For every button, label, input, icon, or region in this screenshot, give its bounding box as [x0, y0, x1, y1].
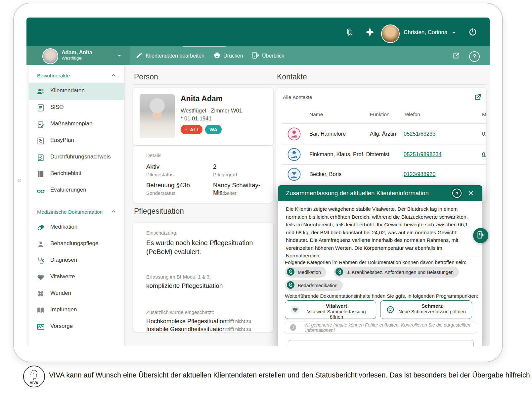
sidebar-item-berichteblatt[interactable]: Berichteblatt — [29, 166, 124, 182]
divider — [133, 219, 273, 219]
sidebar-item-massnahmenplan[interactable]: Maßnahmenplan — [29, 116, 124, 133]
details-card: Details Aktiv Pflegestatus 2 Pflegegrad … — [133, 146, 273, 203]
contact-name: Bär, Hannelore — [309, 131, 346, 137]
heart-pulse-icon — [290, 305, 300, 316]
clipboard-check-icon — [36, 153, 45, 162]
contact-phone-link[interactable]: 05251/63233 — [404, 131, 435, 137]
section-title: Medizinische Dokumentation — [37, 209, 103, 215]
sidebar-item-vorsorge[interactable]: Vorsorge — [29, 319, 124, 335]
open-external-icon[interactable] — [451, 51, 461, 61]
read-aloud-button[interactable] — [473, 228, 488, 243]
modal-help-icon[interactable]: ? — [451, 187, 463, 199]
plan-list-icon — [36, 137, 45, 145]
help-icon[interactable]: ? — [469, 51, 480, 62]
patient-name: Adam, Anita — [62, 49, 92, 56]
sidebar-item-evaluierungen[interactable]: Evaluierungen — [29, 182, 124, 199]
print-button[interactable]: Drucken — [213, 46, 243, 65]
sidebar-item-medikation[interactable]: Medikation — [29, 219, 124, 236]
details-title: Details — [146, 153, 161, 158]
sidebar-item-durchfuehrungsnachweis[interactable]: Durchführungsnachweis — [29, 149, 124, 166]
patient-room: Westflügel - Zimmer W01 — [181, 108, 242, 114]
sidebar-item-behandlungspflege[interactable]: Behandlungspflege — [29, 236, 124, 252]
chart-line-icon — [36, 323, 45, 331]
wa-badge[interactable]: WA — [205, 125, 222, 134]
patient-avatar — [42, 48, 58, 64]
overview-button[interactable]: Überblick — [251, 46, 284, 65]
contact-funktion: Internist — [370, 151, 389, 157]
contact-name: Finkmann, Klaus, Prof. Dr. — [309, 151, 373, 157]
column-name: Name — [309, 111, 323, 117]
patient-birthdate: * 01.01.1941 — [181, 115, 212, 122]
patient-selector[interactable]: Adam, Anita Westflügel — [26, 46, 130, 65]
app-screen: Christen, Corinna Adam, Anita Westflügel — [26, 18, 490, 346]
open-vitalwert-button[interactable]: Vitalwert Vitalwert-Sammelerfassung öffn… — [285, 300, 376, 319]
user-avatar[interactable] — [381, 24, 400, 43]
info-icon: i — [290, 324, 296, 331]
chevron-up-icon[interactable] — [110, 72, 117, 80]
patient-bar: Adam, Anita Westflügel Klientendaten bea… — [26, 46, 490, 65]
ai-head-icon — [287, 268, 295, 277]
open-contacts-external-icon[interactable] — [473, 93, 482, 103]
viva-logo: VIVA — [23, 366, 45, 387]
column-mobil: M — [482, 111, 486, 117]
user-caret-down-icon[interactable] — [451, 30, 457, 37]
detail-label: Mitarbeiter — [213, 190, 237, 196]
divider — [133, 84, 486, 85]
contact-mobile-link[interactable]: 01 — [482, 151, 486, 157]
sidebar-item-klientendaten[interactable]: Klientendaten — [29, 83, 124, 100]
stethoscope-icon — [36, 256, 45, 265]
sidebar-section-medizinische-dokumentation[interactable]: Medizinische Dokumentation — [29, 205, 124, 219]
power-icon[interactable] — [467, 26, 478, 38]
user-name[interactable]: Christen, Corinna — [404, 29, 447, 36]
sparkle-icon[interactable] — [363, 25, 377, 39]
sidebar-item-sis[interactable]: SIS® — [29, 100, 124, 116]
table-row[interactable]: Bär, Hannelore Allg. Ärztin 05251/63233 … — [276, 125, 486, 145]
programs-label: Weiterführende Dokumentationsinhalte fin… — [285, 293, 478, 299]
page: Christen, Corinna Adam, Anita Westflügel — [0, 0, 532, 397]
sidebar-item-wunden[interactable]: Wunden — [29, 286, 124, 302]
category-chip[interactable]: 3. Krankheitsbez. Anforderungen und Bela… — [333, 267, 459, 278]
open-book-icon — [36, 306, 45, 315]
sidebar-item-vitalwerte[interactable]: Vitalwerte — [29, 269, 124, 286]
contact-mobile-link[interactable]: 01 — [482, 131, 486, 137]
patient-full-name: Anita Adam — [181, 94, 223, 103]
category-chip-label: Bedarfsmedikation — [298, 283, 337, 288]
allergy-badge[interactable]: ALL — [181, 125, 202, 134]
open-schmerz-button[interactable]: Schmerz Neue Schmerzerfassung öffnen — [380, 300, 472, 319]
contact-phone-link[interactable]: 0123/988920 — [404, 171, 435, 177]
bi-module-value: komplizierte Pflegesituation — [146, 282, 223, 289]
sidebar-item-easyplan[interactable]: EasyPlan — [29, 133, 124, 149]
ai-head-icon — [335, 268, 343, 277]
summary-modal: Zusammenfassung der aktuellen Klientenin… — [278, 185, 482, 346]
sidebar-item-diagnosen[interactable]: Diagnosen — [29, 252, 124, 269]
column-telefon: Telefon — [404, 111, 420, 117]
category-chip[interactable]: Medikation — [285, 267, 326, 278]
bandage-icon — [36, 289, 45, 298]
summary-input[interactable] — [288, 340, 474, 346]
detail-value: Betreuung §43b — [146, 182, 190, 189]
additional-item-value: trifft nicht zu — [226, 319, 251, 324]
print-label: Drucken — [223, 53, 243, 59]
sidebar-item-impfungen[interactable]: Impfungen — [29, 302, 124, 319]
contact-phone-link[interactable]: 05251/9898234 — [404, 151, 442, 157]
category-chip-label: Medikation — [298, 270, 321, 275]
bi-module-label: Erfassung im BI-Modul 1 & 3: — [146, 274, 211, 280]
modal-close-icon[interactable]: × — [466, 188, 476, 198]
divider — [281, 337, 480, 337]
assessment-text: Es wurde noch keine Pflegesituation (PeB… — [146, 239, 265, 256]
chevron-up-icon[interactable] — [110, 208, 117, 216]
sidebar-section-bewohnerakte[interactable]: Bewohnerakte — [29, 68, 124, 83]
modal-summary-text: Die Klientin zeigte weitgehend stabile V… — [286, 205, 470, 260]
section-title: Bewohnerakte — [37, 73, 70, 79]
category-chip[interactable]: Bedarfsmedikation — [285, 280, 343, 291]
detail-label: Pflegegrad — [213, 172, 237, 177]
printer-icon — [213, 52, 221, 60]
table-row[interactable]: Becker, Boris 0123/988920 — [276, 166, 486, 184]
column-funktion: Funktion — [370, 111, 389, 117]
assessment-label: Einschätzung: — [146, 230, 177, 236]
table-row[interactable]: Finkmann, Klaus, Prof. Dr. Internist 052… — [276, 146, 486, 164]
ai-disclaimer-text: KI-generierte Inhalte können Fehler enth… — [305, 322, 477, 333]
edit-client-button[interactable]: Klientendaten bearbeiten — [136, 46, 204, 65]
modal-title: Zusammenfassung der aktuellen Klientenin… — [286, 190, 429, 197]
bookmark-icon[interactable] — [345, 27, 355, 37]
